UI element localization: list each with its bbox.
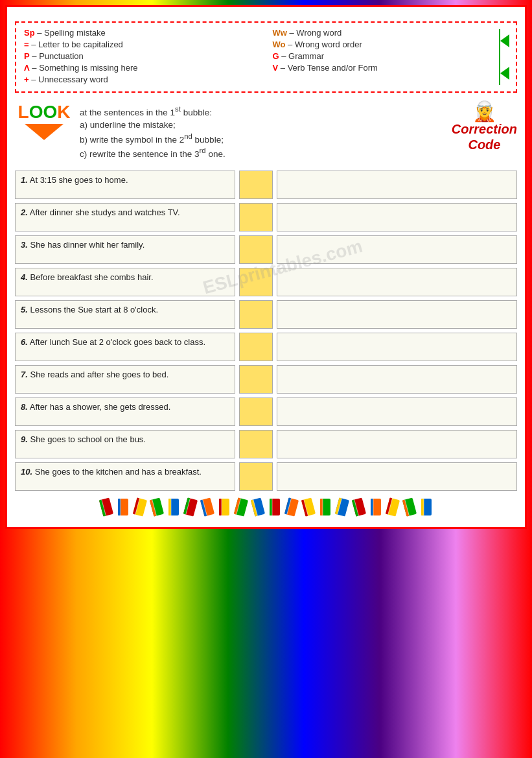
instructions-text: at the sentences in the 1st bubble: a) u… — [80, 102, 445, 161]
legend-left: Sp – Spelling mistake = – Letter to be c… — [24, 28, 260, 86]
svg-rect-22 — [219, 499, 222, 515]
exercise-row-5: 5. Lessons the Sue start at 8 o'clock. — [15, 300, 517, 329]
correction-code-area: 🧝 CorrectionCode — [452, 102, 517, 152]
svg-rect-40 — [320, 499, 323, 515]
book-icon-13 — [318, 497, 332, 519]
symbol-box-2[interactable] — [239, 203, 273, 231]
rewrite-box-4[interactable] — [277, 268, 517, 296]
exercise-row-1: 1. At 3:15 she goes to home. — [15, 171, 517, 199]
exercise-row-7: 7. She reads and after she goes to bed. — [15, 365, 517, 394]
gnome-icon: 🧝 — [472, 102, 496, 121]
svg-rect-31 — [270, 499, 272, 515]
svg-rect-4 — [118, 499, 121, 515]
rewrite-box-5[interactable] — [277, 300, 517, 329]
rewrite-box-3[interactable] — [277, 235, 517, 264]
rewrite-box-8[interactable] — [277, 397, 517, 426]
rewrite-box-6[interactable] — [277, 333, 517, 361]
symbol-box-8[interactable] — [239, 397, 273, 426]
sentence-box-9: 9. She goes to school on the bus. — [15, 430, 235, 458]
instruction-step-b: b) write the symbol in the 2nd bubble; — [80, 132, 445, 145]
sentence-box-6: 6. After lunch Sue at 2 o'clock goes bac… — [15, 333, 235, 361]
sentence-box-10: 10. She goes to the kitchen and has a br… — [15, 462, 235, 491]
book-icon-19 — [419, 497, 434, 519]
book-icon-14 — [335, 497, 349, 519]
book-icon-17 — [386, 497, 400, 519]
symbol-box-9[interactable] — [239, 430, 273, 458]
rewrite-box-1[interactable] — [277, 171, 517, 199]
instruction-step-a: a) underline the mistake; — [80, 120, 445, 130]
legend-right: Ww – Wrong word Wo – Wrong word order G … — [273, 28, 509, 86]
correction-code-badge: CorrectionCode — [452, 121, 517, 152]
sentence-box-1: 1. At 3:15 she goes to home. — [15, 171, 235, 199]
exercise-rows: 1. At 3:15 she goes to home.2. After din… — [15, 171, 517, 491]
legend-item-v: V – Verb Tense and/or Form — [273, 63, 509, 73]
legend-item-wo: Wo – Wrong word order — [273, 40, 509, 49]
book-icon-12 — [301, 497, 316, 519]
sentence-box-8: 8. After has a shower, she gets dressed. — [15, 397, 235, 426]
rewrite-box-7[interactable] — [277, 365, 517, 394]
exercise-row-8: 8. After has a shower, she gets dressed. — [15, 397, 517, 426]
legend-item-cap: = – Letter to be capitalized — [24, 40, 260, 49]
instruction-line1: at the sentences in the 1st bubble: — [80, 105, 445, 117]
legend-item-p: P – Punctuation — [24, 51, 260, 61]
sentence-box-3: 3. She has dinner whit her family. — [15, 235, 235, 264]
symbol-box-5[interactable] — [239, 300, 273, 329]
book-icon-18 — [402, 497, 417, 519]
sentence-box-5: 5. Lessons the Sue start at 8 o'clock. — [15, 300, 235, 329]
legend-item-sp: Sp – Spelling mistake — [24, 28, 260, 38]
legend-item-plus: + – Unnecessary word — [24, 75, 260, 84]
svg-rect-58 — [421, 499, 424, 515]
arrow-decoration — [490, 29, 509, 85]
symbol-box-6[interactable] — [239, 333, 273, 361]
book-icon-11 — [284, 497, 299, 519]
rewrite-box-9[interactable] — [277, 430, 517, 458]
svg-rect-13 — [168, 499, 171, 515]
exercise-row-4: 4. Before breakfast she combs hair. — [15, 268, 517, 296]
symbol-box-4[interactable] — [239, 268, 273, 296]
book-icon-10 — [268, 497, 282, 519]
legend-box: Sp – Spelling mistake = – Letter to be c… — [15, 21, 517, 93]
sentence-box-7: 7. She reads and after she goes to bed. — [15, 365, 235, 394]
legend-item-ww: Ww – Wrong word — [273, 28, 509, 38]
sentence-box-4: 4. Before breakfast she combs hair. — [15, 268, 235, 296]
main-container: ESLprintables.com Sp – Spelling mistake … — [5, 5, 527, 529]
symbol-box-1[interactable] — [239, 171, 273, 199]
book-icon-16 — [369, 497, 383, 519]
book-icon-7 — [217, 497, 231, 519]
footer-books — [15, 497, 517, 519]
book-icon-15 — [352, 497, 366, 519]
look-block: LOOK — [15, 102, 73, 140]
book-icon-6 — [200, 497, 214, 519]
symbol-box-3[interactable] — [239, 235, 273, 264]
look-text: LOOK — [18, 102, 71, 123]
book-icon-0 — [99, 497, 113, 519]
symbol-box-10[interactable] — [239, 462, 273, 491]
book-icon-1 — [116, 497, 130, 519]
svg-rect-49 — [371, 499, 373, 515]
book-icon-3 — [150, 497, 164, 519]
instruction-step-c: c) rewrite the sentence in the 3rd one. — [80, 147, 445, 159]
exercise-row-2: 2. After dinner she studys and watches T… — [15, 203, 517, 231]
legend-item-g: G – Grammar — [273, 51, 509, 61]
exercise-row-9: 9. She goes to school on the bus. — [15, 430, 517, 458]
instructions-area: LOOK at the sentences in the 1st bubble:… — [15, 102, 517, 161]
rewrite-box-10[interactable] — [277, 462, 517, 491]
rewrite-box-2[interactable] — [277, 203, 517, 231]
book-icon-4 — [167, 497, 181, 519]
book-icon-5 — [183, 497, 198, 519]
legend-item-missing: Λ – Something is missing here — [24, 63, 260, 73]
book-icon-9 — [251, 497, 265, 519]
exercise-row-10: 10. She goes to the kitchen and has a br… — [15, 462, 517, 491]
book-icon-2 — [133, 497, 147, 519]
exercise-row-6: 6. After lunch Sue at 2 o'clock goes bac… — [15, 333, 517, 361]
look-arrow-icon — [25, 124, 64, 140]
book-icon-8 — [234, 497, 248, 519]
exercise-row-3: 3. She has dinner whit her family. — [15, 235, 517, 264]
sentence-box-2: 2. After dinner she studys and watches T… — [15, 203, 235, 231]
symbol-box-7[interactable] — [239, 365, 273, 394]
